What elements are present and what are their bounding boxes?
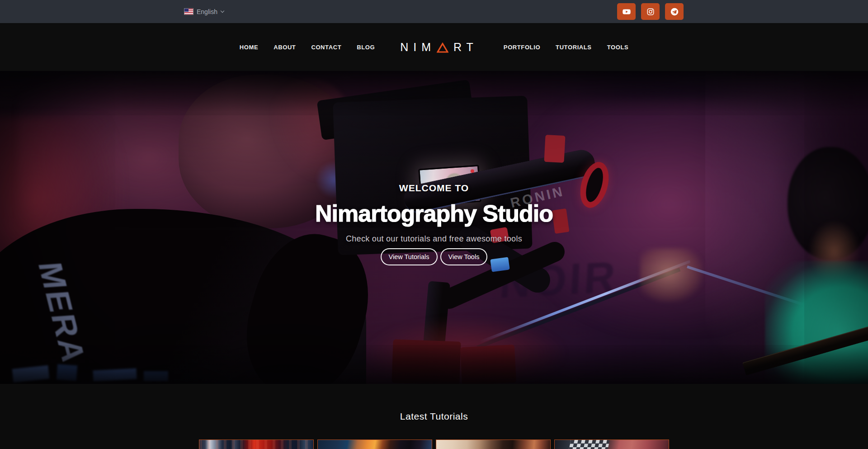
youtube-button[interactable] (617, 3, 636, 20)
language-selector[interactable]: English (184, 8, 224, 15)
tutorial-thumbnail-2[interactable] (317, 440, 432, 449)
hero-content: WELCOME TO Nimartography Studio Check ou… (0, 181, 868, 265)
photo-gimbal-pole (420, 281, 450, 384)
nav-link-about[interactable]: ABOUT (274, 44, 296, 51)
hero-section: NOIR MERA RONIN (0, 71, 868, 384)
telegram-button[interactable] (665, 3, 684, 20)
nav-link-tools[interactable]: TOOLS (607, 44, 629, 51)
photo-drum-1 (392, 339, 461, 384)
instagram-button[interactable] (641, 3, 660, 20)
photo-mic-stand-shadow (477, 268, 681, 349)
logo-text-left: NIM (400, 41, 436, 54)
main-navbar: HOME ABOUT CONTACT BLOG NIM RT PORTFOLIO… (0, 23, 868, 71)
social-links (617, 3, 684, 20)
nav-link-home[interactable]: HOME (240, 44, 258, 51)
hero-subtitle: Check out our tutorials and free awesome… (0, 233, 868, 245)
nav-link-contact[interactable]: CONTACT (311, 44, 341, 51)
telegram-icon (670, 8, 679, 16)
nav-link-portfolio[interactable]: PORTFOLIO (504, 44, 540, 51)
site-logo[interactable]: NIM RT (400, 41, 478, 54)
tutorial-thumbnails-row (0, 440, 868, 449)
topbar-inner: English (184, 0, 684, 23)
nav-left-group: HOME ABOUT CONTACT BLOG (240, 44, 375, 51)
photo-red-drum-glow (366, 317, 565, 384)
tutorial-thumbnail-1[interactable] (199, 440, 314, 449)
photo-mic-stand (479, 260, 691, 344)
instagram-icon (646, 8, 655, 16)
logo-triangle-icon (437, 43, 448, 53)
photo-red-bracket (544, 135, 565, 163)
chevron-down-icon (221, 9, 224, 12)
view-tutorials-button[interactable]: View Tutorials (381, 248, 438, 265)
photo-blue-streak-1 (12, 365, 50, 383)
photo-guitar-neck (742, 322, 868, 375)
page: English (0, 0, 868, 449)
tutorial-thumbnail-3[interactable] (436, 440, 551, 449)
nav-right-group: PORTFOLIO TUTORIALS TOOLS (504, 44, 628, 51)
hero-buttons: View Tutorials View Tools (0, 248, 868, 265)
photo-blue-streak-3 (93, 369, 137, 382)
view-tools-button[interactable]: View Tools (440, 248, 488, 265)
tutorial-thumbnail-4[interactable] (554, 440, 669, 449)
hero-kicker: WELCOME TO (0, 181, 868, 195)
language-label: English (197, 8, 217, 15)
hero-title: Nimartography Studio (0, 197, 868, 230)
photo-top-fade (0, 71, 868, 112)
photo-red-handle (420, 117, 461, 152)
photo-blue-streak-4 (144, 371, 168, 381)
latest-tutorials-heading: Latest Tutorials (0, 408, 868, 425)
us-flag-icon (184, 9, 193, 14)
youtube-icon (623, 8, 631, 16)
photo-drum-2 (460, 345, 516, 384)
topbar: English (0, 0, 868, 23)
nav-link-tutorials[interactable]: TUTORIALS (556, 44, 592, 51)
photo-teal-shirt (765, 261, 868, 384)
photo-head-red-rim-light (264, 78, 355, 191)
latest-tutorials-section: Latest Tutorials (0, 384, 868, 449)
logo-text-right: RT (453, 41, 478, 54)
photo-bottom-fade (0, 347, 868, 384)
photo-mic-boom (687, 265, 868, 326)
photo-camera-top-handle (317, 80, 475, 140)
photo-blue-streak-2 (57, 364, 77, 381)
nav-link-blog[interactable]: BLOG (357, 44, 375, 51)
photo-camera-grip (340, 100, 401, 145)
